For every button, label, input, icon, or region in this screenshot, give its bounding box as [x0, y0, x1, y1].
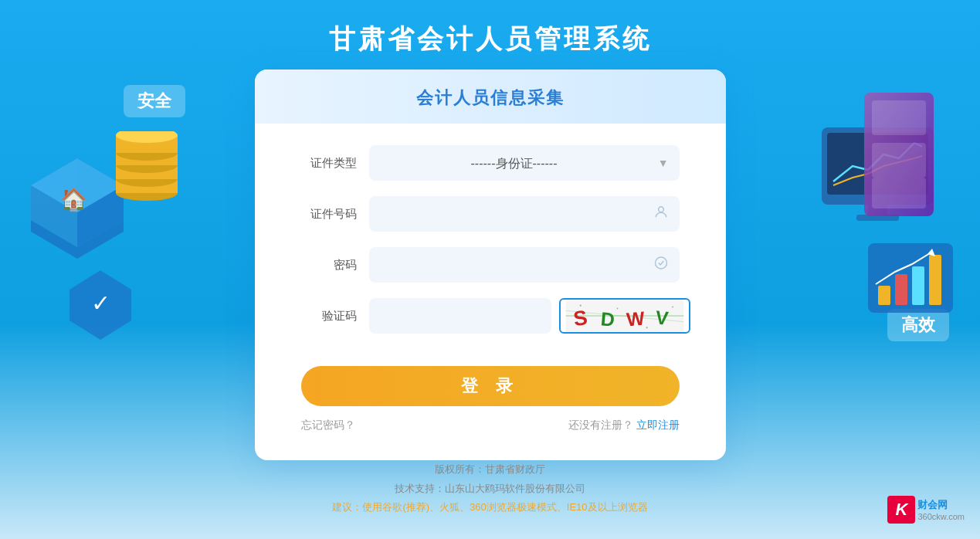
cert-type-wrap: ------身份证------ ▼ [369, 145, 680, 181]
form-body: 证件类型 ------身份证------ ▼ 证件号码 [255, 124, 726, 357]
svg-point-42 [579, 304, 581, 306]
captcha-input[interactable] [369, 298, 551, 334]
card-header: 会计人员信息采集 [255, 69, 726, 124]
svg-text:V: V [654, 307, 670, 329]
bottom-info: 版权所有：甘肃省财政厅 技术支持：山东山大鸥玛软件股份有限公司 建议：使用谷歌(… [0, 460, 980, 517]
svg-text:W: W [626, 307, 646, 330]
cert-type-label: 证件类型 [301, 156, 357, 171]
svg-text:D: D [599, 308, 615, 330]
user-icon [653, 205, 669, 224]
captcha-row: 验证码 S D [301, 298, 680, 334]
cert-number-row: 证件号码 [301, 196, 680, 232]
deco-anquan-label: 安全 [124, 85, 185, 117]
password-input[interactable] [369, 247, 680, 283]
cert-type-row: 证件类型 ------身份证------ ▼ [301, 145, 680, 181]
cert-number-wrap [369, 196, 680, 232]
logo-brand-name: 财会网 [917, 498, 965, 512]
svg-point-33 [658, 207, 663, 212]
forgot-password-link[interactable]: 忘记密码？ [301, 419, 355, 432]
card-header-title: 会计人员信息采集 [255, 86, 726, 110]
captcha-label: 验证码 [301, 309, 357, 324]
form-footer: 忘记密码？ 还没有注册？ 立即注册 [255, 419, 726, 432]
cert-type-select[interactable]: ------身份证------ [369, 145, 680, 181]
login-card: 会计人员信息采集 证件类型 ------身份证------ ▼ 证件号码 [255, 69, 726, 460]
login-btn-wrap: 登 录 [255, 357, 726, 406]
svg-rect-30 [872, 100, 926, 135]
svg-point-43 [616, 308, 618, 310]
deco-check-cube: ✓ [62, 263, 139, 343]
captcha-wrap: S D W V [369, 298, 690, 334]
captcha-inner-wrap: S D W V [369, 298, 690, 334]
svg-rect-26 [912, 266, 924, 305]
cert-number-label: 证件号码 [301, 207, 357, 222]
svg-point-44 [646, 327, 647, 328]
login-button[interactable]: 登 录 [301, 366, 680, 406]
cert-number-input[interactable] [369, 196, 680, 232]
tech-support-text: 技术支持：山东山大鸥玛软件股份有限公司 [0, 480, 980, 499]
svg-text:🏠: 🏠 [60, 187, 87, 212]
password-row: 密码 [301, 247, 680, 283]
password-label: 密码 [301, 258, 357, 273]
logo-bottom-right: K 财会网 360ckw.com [887, 496, 965, 524]
svg-rect-27 [929, 255, 941, 305]
deco-chart-right [864, 239, 957, 320]
deco-coins [108, 131, 185, 204]
captcha-image[interactable]: S D W V [559, 298, 690, 334]
logo-brand: 财会网 360ckw.com [917, 498, 965, 521]
logo-k-icon: K [887, 496, 915, 524]
copyright-text: 版权所有：甘肃省财政厅 [0, 460, 980, 480]
svg-rect-24 [878, 286, 890, 305]
page-title: 甘肃省会计人员管理系统 [0, 0, 980, 57]
deco-purple-box [864, 93, 934, 219]
svg-text:✓: ✓ [91, 290, 110, 316]
recommend-text: 建议：使用谷歌(推荐)、火狐、360浏览器极速模式、IE10及以上浏览器 [0, 498, 980, 517]
logo-brand-url: 360ckw.com [917, 512, 965, 521]
svg-rect-31 [872, 143, 926, 178]
svg-rect-32 [872, 178, 926, 208]
svg-point-45 [672, 307, 673, 308]
register-link[interactable]: 立即注册 [636, 419, 680, 431]
svg-rect-25 [895, 274, 907, 305]
check-circle-icon [653, 256, 669, 275]
register-prompt: 还没有注册？ 立即注册 [568, 419, 680, 432]
password-wrap [369, 247, 680, 283]
no-account-text: 还没有注册？ [568, 419, 633, 431]
svg-point-34 [655, 257, 666, 269]
